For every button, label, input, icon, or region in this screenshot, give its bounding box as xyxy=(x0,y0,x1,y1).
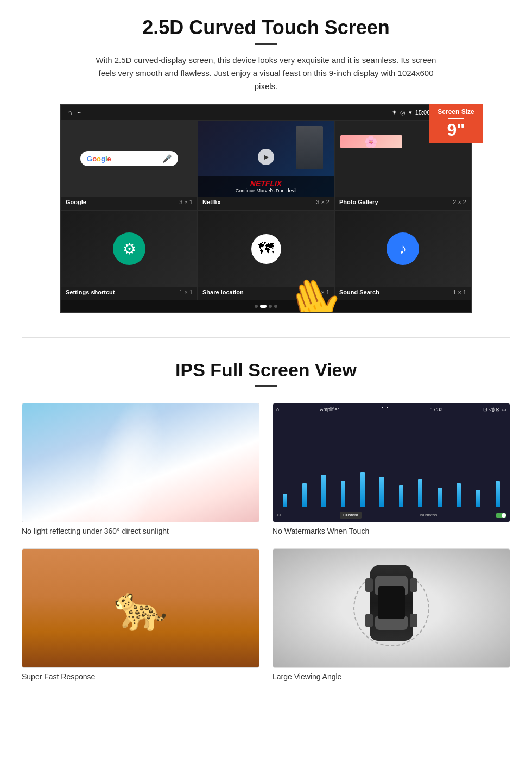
section-curved-screen: 2.5D Curved Touch Screen With 2.5D curve… xyxy=(0,0,532,326)
toggle-switch[interactable] xyxy=(496,513,506,518)
cheetah-visual: 🐆 xyxy=(22,549,259,667)
settings-label-row: Settings shortcut 1 × 1 xyxy=(61,287,197,300)
mic-icon: 🎤 xyxy=(162,154,172,163)
google-search-bar[interactable]: Google 🎤 xyxy=(80,151,178,166)
eq-bar-10 xyxy=(470,490,487,507)
sound-search-app-size: 1 × 1 xyxy=(453,289,466,295)
sound-search-content: ♪ xyxy=(335,211,471,287)
amplifier-image: ⌂ Amplifier ⋮⋮ 17:33 ⊡ ◁) ⊠ ▭ << Custom … xyxy=(273,403,510,522)
sound-search-app-name: Sound Search xyxy=(339,289,379,295)
app-cell-settings[interactable]: ⚙ Settings shortcut 1 × 1 xyxy=(61,210,198,300)
eq-bar-2 xyxy=(315,475,333,507)
netflix-label-row: Netflix 3 × 2 xyxy=(198,197,334,210)
feature-sunlight: No light reflecting under 360° direct su… xyxy=(22,403,259,535)
cheetah-icon: 🐆 xyxy=(113,583,168,634)
settings-app-name: Settings shortcut xyxy=(66,289,115,295)
amp-time: 17:33 xyxy=(430,407,443,412)
share-location-app-name: Share location xyxy=(202,289,244,295)
app-cell-share-location[interactable]: 🗺 🤚 Share location 1 × 1 xyxy=(198,210,334,300)
netflix-app-name: Netflix xyxy=(202,199,221,205)
badge-label: Screen Size xyxy=(434,108,478,116)
bluetooth-icon: ✶ xyxy=(392,109,397,116)
sky-visual xyxy=(22,403,259,522)
gallery-app-size: 2 × 2 xyxy=(453,199,466,205)
amp-nav-prev[interactable]: << xyxy=(276,513,281,518)
car-image-container xyxy=(273,548,510,668)
car-wheel-rr xyxy=(410,614,417,627)
music-icon-circle: ♪ xyxy=(387,232,419,265)
car-wheel-rl xyxy=(365,614,373,627)
section2-divider xyxy=(255,385,277,387)
google-logo: Google xyxy=(87,155,111,163)
amp-icons: ⊡ ◁) ⊠ ▭ xyxy=(483,407,506,412)
amp-menu-icon: ⋮⋮ xyxy=(380,407,390,412)
eq-bar-3 xyxy=(334,481,352,507)
google-label-row: Google 3 × 1 xyxy=(61,197,197,210)
response-label: Super Fast Response xyxy=(22,672,259,681)
section-ips-screen: IPS Full Screen View No light reflecting… xyxy=(0,349,532,697)
amp-home-icon: ⌂ xyxy=(276,407,279,412)
pagination-dots xyxy=(61,300,471,312)
eq-bar-5 xyxy=(373,477,391,507)
netflix-logo-text: NETFLIX xyxy=(202,179,330,188)
share-location-label-row: Share location 1 × 1 xyxy=(198,287,334,300)
app-cell-sound-search[interactable]: ♪ Sound Search 1 × 1 xyxy=(334,210,471,300)
car-body xyxy=(370,565,413,641)
gallery-app-name: Photo Gallery xyxy=(339,199,378,205)
amp-title: Amplifier xyxy=(320,407,339,412)
section1-title: 2.5D Curved Touch Screen xyxy=(33,16,499,39)
viewing-label: Large Viewing Angle xyxy=(273,672,510,681)
settings-icon-circle: ⚙ xyxy=(113,232,145,265)
watermark-label: No Watermarks When Touch xyxy=(273,527,510,535)
dot-2-active[interactable] xyxy=(260,305,267,308)
netflix-subtitle: Continue Marvel's Daredevil xyxy=(202,188,330,193)
section1-divider xyxy=(255,43,277,45)
car-top-view xyxy=(364,565,419,652)
eq-bar-4 xyxy=(353,472,371,507)
share-location-app-size: 1 × 1 xyxy=(316,289,330,295)
app-grid: Google 🎤 Google 3 × 1 ▶ xyxy=(61,120,471,300)
netflix-play-button[interactable]: ▶ xyxy=(258,149,274,165)
eq-bar-7 xyxy=(411,479,429,507)
google-app-size: 3 × 1 xyxy=(179,199,193,205)
location-icon: ◎ xyxy=(400,109,406,116)
dot-1[interactable] xyxy=(255,305,258,308)
eq-bar-11 xyxy=(489,481,506,507)
settings-app-content: ⚙ xyxy=(61,211,197,287)
device-wrapper: Screen Size 9" ⌂ ⌁ ✶ ◎ ▾ 15:06 ⊡ ◁) ⊠ xyxy=(60,104,472,313)
amp-custom-button[interactable]: Custom xyxy=(340,512,362,519)
home-icon[interactable]: ⌂ xyxy=(67,108,72,117)
eq-bar-0 xyxy=(276,494,294,507)
google-app-content: Google 🎤 xyxy=(61,121,197,197)
eq-bar-8 xyxy=(431,488,449,507)
toggle-thumb xyxy=(502,513,506,518)
sunbeam xyxy=(73,403,179,522)
cheetah-image-container: 🐆 xyxy=(22,548,259,668)
sunlight-image xyxy=(22,403,259,522)
netflix-app-content: ▶ NETFLIX Continue Marvel's Daredevil xyxy=(198,121,334,197)
sound-search-label-row: Sound Search 1 × 1 xyxy=(335,287,471,300)
section1-description: With 2.5D curved-display screen, this de… xyxy=(92,54,440,93)
amp-eq-area xyxy=(276,414,506,509)
wifi-icon: ▾ xyxy=(409,109,412,116)
app-cell-netflix[interactable]: ▶ NETFLIX Continue Marvel's Daredevil Ne… xyxy=(198,120,334,210)
amplifier-screen-visual: ⌂ Amplifier ⋮⋮ 17:33 ⊡ ◁) ⊠ ▭ << Custom … xyxy=(273,403,510,522)
car-wheel-fl xyxy=(365,578,373,592)
android-screen: ⌂ ⌁ ✶ ◎ ▾ 15:06 ⊡ ◁) ⊠ ▭ xyxy=(60,104,472,313)
time-display: 15:06 xyxy=(415,109,430,116)
status-bar: ⌂ ⌁ ✶ ◎ ▾ 15:06 ⊡ ◁) ⊠ ▭ xyxy=(61,105,471,120)
feature-viewing-angle: Large Viewing Angle xyxy=(273,548,510,681)
badge-divider xyxy=(448,118,464,119)
netflix-figure xyxy=(296,126,323,169)
dot-4[interactable] xyxy=(274,305,277,308)
dot-3[interactable] xyxy=(269,305,272,308)
app-cell-google[interactable]: Google 🎤 Google 3 × 1 xyxy=(61,120,198,210)
gallery-label-row: Photo Gallery 2 × 2 xyxy=(335,197,471,210)
netflix-overlay: NETFLIX Continue Marvel's Daredevil xyxy=(198,176,334,197)
section2-title: IPS Full Screen View xyxy=(22,359,510,381)
car-roof xyxy=(378,586,405,619)
sunlight-label: No light reflecting under 360° direct su… xyxy=(22,527,259,535)
usb-icon: ⌁ xyxy=(77,109,81,116)
car-visual xyxy=(273,549,510,667)
feature-response: 🐆 Super Fast Response xyxy=(22,548,259,681)
